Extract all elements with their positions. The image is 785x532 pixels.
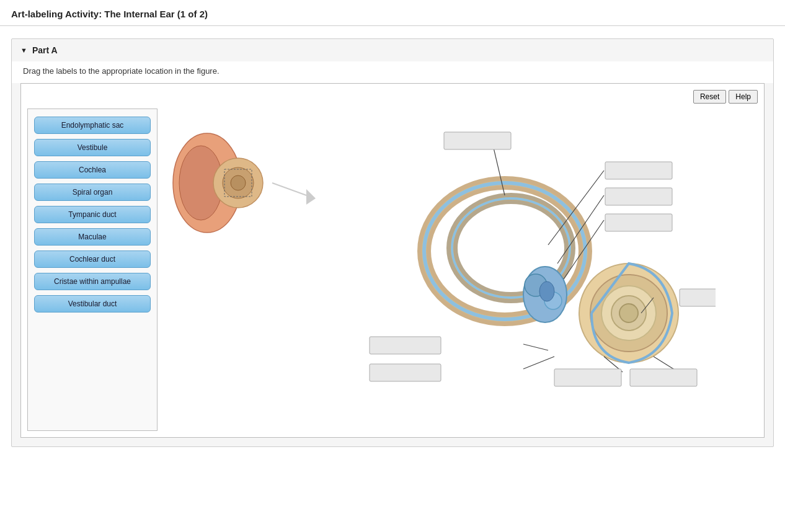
toolbar: Reset Help	[27, 90, 758, 104]
part-section: ▼ Part A Drag the labels to the appropri…	[11, 38, 774, 447]
activity-box: Reset Help Endolymphatic sac Vestibule C…	[20, 83, 765, 438]
ear-outer-illustration	[173, 133, 263, 233]
drop-box-1[interactable]	[444, 132, 511, 149]
label-chip-endolymphatic-sac[interactable]: Endolymphatic sac	[34, 117, 151, 134]
svg-point-22	[619, 304, 638, 322]
drop-box-4[interactable]	[605, 214, 672, 231]
label-chip-tympanic-duct[interactable]: Tympanic duct	[34, 206, 151, 223]
label-chip-vestibule[interactable]: Vestibule	[34, 139, 151, 156]
label-chip-maculae[interactable]: Maculae	[34, 228, 151, 246]
page-header: Art-labeling Activity: The Internal Ear …	[0, 0, 785, 26]
vestibule-structure	[523, 267, 567, 322]
collapse-arrow-icon[interactable]: ▼	[20, 47, 27, 54]
drop-box-3[interactable]	[605, 188, 672, 205]
drop-box-7[interactable]	[370, 364, 441, 381]
cochlea-spiral	[579, 264, 678, 363]
drop-box-2[interactable]	[605, 162, 672, 179]
page-title: Art-labeling Activity: The Internal Ear …	[11, 9, 208, 19]
label-chip-cochlear-duct[interactable]: Cochlear duct	[34, 250, 151, 268]
label-chip-vestibular-duct[interactable]: Vestibular duct	[34, 295, 151, 313]
labels-panel: Endolymphatic sac Vestibule Cochlea Spir…	[27, 109, 157, 431]
label-chip-cochlea[interactable]: Cochlea	[34, 161, 151, 179]
content-area: ▼ Part A Drag the labels to the appropri…	[0, 26, 785, 459]
part-header: ▼ Part A	[12, 39, 773, 61]
svg-line-29	[523, 357, 554, 369]
diagram-area	[157, 109, 758, 431]
drop-box-9[interactable]	[630, 369, 697, 386]
drop-box-5[interactable]	[680, 289, 716, 306]
svg-line-28	[523, 344, 548, 350]
label-chip-spiral-organ[interactable]: Spiral organ	[34, 184, 151, 201]
drop-box-6[interactable]	[370, 337, 441, 354]
svg-line-6	[272, 183, 306, 195]
drop-box-8[interactable]	[554, 369, 621, 386]
reset-button[interactable]: Reset	[693, 90, 726, 104]
zoom-arrow	[272, 183, 316, 205]
svg-marker-7	[306, 189, 316, 205]
part-label: Part A	[32, 45, 58, 55]
label-chip-cristae[interactable]: Cristae within ampullae	[34, 273, 151, 290]
anatomy-diagram-svg	[157, 109, 716, 425]
instructions: Drag the labels to the appropriate locat…	[12, 61, 773, 83]
help-button[interactable]: Help	[729, 90, 758, 104]
svg-point-17	[539, 282, 554, 301]
svg-point-4	[231, 175, 246, 190]
main-content: Endolymphatic sac Vestibule Cochlea Spir…	[27, 109, 758, 431]
